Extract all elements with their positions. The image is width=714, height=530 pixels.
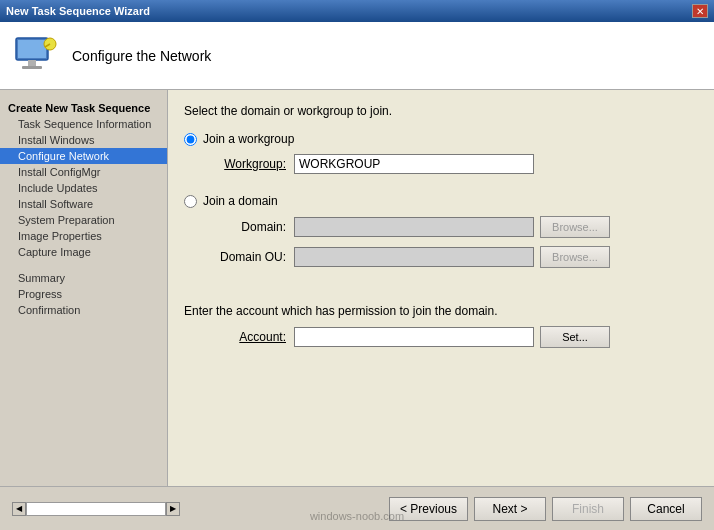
domain-ou-input[interactable] (294, 247, 534, 267)
domain-input[interactable] (294, 217, 534, 237)
join-domain-option[interactable]: Join a domain (184, 194, 698, 208)
domain-browse-button[interactable]: Browse... (540, 216, 610, 238)
sidebar-item-install-software[interactable]: Install Software (0, 196, 167, 212)
sidebar-item-image-properties[interactable]: Image Properties (0, 228, 167, 244)
scrollbar-area: ◀ ▶ (12, 502, 180, 516)
svg-rect-1 (18, 40, 46, 58)
sidebar: Create New Task Sequence Task Sequence I… (0, 90, 168, 486)
domain-ou-row: Domain OU: Browse... (204, 246, 698, 268)
main-area: Create New Task Sequence Task Sequence I… (0, 90, 714, 486)
account-input[interactable] (294, 327, 534, 347)
previous-button[interactable]: < Previous (389, 497, 468, 521)
workgroup-label: Workgroup: (204, 157, 294, 171)
finish-button[interactable]: Finish (552, 497, 624, 521)
workgroup-row: Workgroup: (204, 154, 698, 174)
join-workgroup-option[interactable]: Join a workgroup (184, 132, 698, 146)
header-icon (12, 32, 60, 80)
domain-row: Domain: Browse... (204, 216, 698, 238)
join-workgroup-radio[interactable] (184, 133, 197, 146)
sidebar-item-system-preparation[interactable]: System Preparation (0, 212, 167, 228)
bottom-bar: ◀ ▶ < Previous Next > Finish Cancel (0, 486, 714, 530)
account-label: Account: (204, 330, 294, 344)
window-title: New Task Sequence Wizard (6, 5, 150, 17)
join-workgroup-label: Join a workgroup (203, 132, 294, 146)
sidebar-item-task-sequence-info[interactable]: Task Sequence Information (0, 116, 167, 132)
sidebar-group-label: Create New Task Sequence (0, 98, 167, 116)
sidebar-item-capture-image[interactable]: Capture Image (0, 244, 167, 260)
domain-label: Domain: (204, 220, 294, 234)
sidebar-item-summary[interactable]: Summary (0, 270, 167, 286)
header-section: Configure the Network (0, 22, 714, 90)
workgroup-input[interactable] (294, 154, 534, 174)
sidebar-item-include-updates[interactable]: Include Updates (0, 180, 167, 196)
account-section-description: Enter the account which has permission t… (184, 304, 698, 318)
account-row: Account: Set... (204, 326, 698, 348)
sidebar-item-confirmation[interactable]: Confirmation (0, 302, 167, 318)
scroll-right-arrow[interactable]: ▶ (166, 502, 180, 516)
svg-rect-2 (28, 60, 36, 66)
content-description: Select the domain or workgroup to join. (184, 104, 698, 118)
sidebar-item-install-configmgr[interactable]: Install ConfigMgr (0, 164, 167, 180)
scroll-left-arrow[interactable]: ◀ (12, 502, 26, 516)
sidebar-item-configure-network[interactable]: Configure Network (0, 148, 167, 164)
header-title: Configure the Network (72, 48, 211, 64)
sidebar-item-install-windows[interactable]: Install Windows (0, 132, 167, 148)
sidebar-item-progress[interactable]: Progress (0, 286, 167, 302)
join-domain-radio[interactable] (184, 195, 197, 208)
close-button[interactable]: ✕ (692, 4, 708, 18)
content-panel: Select the domain or workgroup to join. … (168, 90, 714, 486)
next-button[interactable]: Next > (474, 497, 546, 521)
svg-rect-3 (22, 66, 42, 69)
set-button[interactable]: Set... (540, 326, 610, 348)
cancel-button[interactable]: Cancel (630, 497, 702, 521)
domain-ou-browse-button[interactable]: Browse... (540, 246, 610, 268)
title-bar: New Task Sequence Wizard ✕ (0, 0, 714, 22)
domain-ou-label: Domain OU: (204, 250, 294, 264)
join-domain-label: Join a domain (203, 194, 278, 208)
scrollbar-track[interactable] (26, 502, 166, 516)
